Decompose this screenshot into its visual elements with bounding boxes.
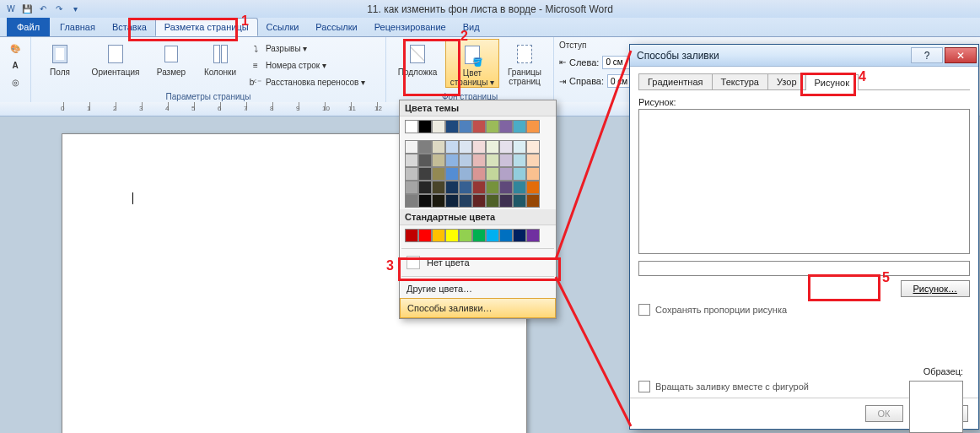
swatch[interactable] xyxy=(405,229,418,242)
swatch[interactable] xyxy=(486,194,499,208)
close-button[interactable]: ✕ xyxy=(945,47,977,63)
swatch[interactable] xyxy=(472,140,486,154)
swatch[interactable] xyxy=(526,120,540,133)
swatch[interactable] xyxy=(432,167,445,181)
swatch[interactable] xyxy=(472,154,486,167)
swatch[interactable] xyxy=(513,140,526,154)
themes-colors[interactable]: 🎨 xyxy=(5,41,25,56)
swatch[interactable] xyxy=(526,167,540,181)
swatch[interactable] xyxy=(526,194,540,208)
swatch[interactable] xyxy=(472,181,486,194)
help-button[interactable]: ? xyxy=(911,47,943,63)
swatch[interactable] xyxy=(499,229,513,242)
swatch[interactable] xyxy=(418,181,432,194)
menu-more-colors[interactable]: Другие цвета… xyxy=(400,279,556,298)
tab-picture[interactable]: Рисунок xyxy=(805,74,859,90)
btn-watermark[interactable]: Подложка xyxy=(391,39,444,77)
swatch[interactable] xyxy=(499,140,513,154)
tab-file[interactable]: Файл xyxy=(7,18,50,36)
themes-effects[interactable]: ◎ xyxy=(5,74,25,89)
swatch[interactable] xyxy=(472,194,486,208)
swatch[interactable] xyxy=(445,229,459,242)
swatch[interactable] xyxy=(526,229,540,242)
tab-home[interactable]: Главная xyxy=(51,18,104,36)
swatch[interactable] xyxy=(472,229,486,242)
swatch[interactable] xyxy=(499,154,513,167)
select-picture-button[interactable]: Рисунок… xyxy=(901,280,971,297)
swatch[interactable] xyxy=(499,120,513,133)
swatch[interactable] xyxy=(432,154,445,167)
btn-orientation[interactable]: Ориентация xyxy=(85,39,146,77)
swatch[interactable] xyxy=(445,120,459,133)
swatch[interactable] xyxy=(513,167,526,181)
swatch[interactable] xyxy=(526,140,540,154)
tab-texture[interactable]: Текстура xyxy=(712,73,768,89)
menu-no-color[interactable]: Нет цвета xyxy=(400,252,556,273)
swatch[interactable] xyxy=(499,181,513,194)
btn-breaks[interactable]: ⤵Разрывы ▾ xyxy=(245,41,380,56)
swatch[interactable] xyxy=(459,140,472,154)
swatch[interactable] xyxy=(418,120,432,133)
swatch[interactable] xyxy=(405,167,418,181)
swatch[interactable] xyxy=(526,154,540,167)
tab-gradient[interactable]: Градиентная xyxy=(638,73,713,89)
swatch[interactable] xyxy=(513,120,526,133)
btn-margins[interactable]: Поля xyxy=(36,39,83,77)
theme-shades[interactable] xyxy=(400,137,556,209)
swatch[interactable] xyxy=(445,167,459,181)
swatch[interactable] xyxy=(445,194,459,208)
tab-view[interactable]: Вид xyxy=(455,18,488,36)
swatch[interactable] xyxy=(486,229,499,242)
tab-references[interactable]: Ссылки xyxy=(258,18,308,36)
swatch[interactable] xyxy=(432,181,445,194)
swatch[interactable] xyxy=(526,181,540,194)
swatch[interactable] xyxy=(445,140,459,154)
tab-mailings[interactable]: Рассылки xyxy=(307,18,365,36)
swatch[interactable] xyxy=(405,140,418,154)
swatch[interactable] xyxy=(486,120,499,133)
btn-page-color[interactable]: 🪣Цветстраницы ▾ xyxy=(445,39,499,88)
tab-pattern[interactable]: Узор xyxy=(767,73,806,89)
swatch[interactable] xyxy=(405,120,418,133)
btn-page-borders[interactable]: Границыстраниц xyxy=(501,39,548,86)
swatch[interactable] xyxy=(405,181,418,194)
swatch[interactable] xyxy=(513,154,526,167)
swatch[interactable] xyxy=(445,154,459,167)
swatch[interactable] xyxy=(418,154,432,167)
tab-insert[interactable]: Вставка xyxy=(104,18,155,36)
btn-columns[interactable]: Колонки xyxy=(197,39,244,77)
swatch[interactable] xyxy=(405,154,418,167)
standard-colors[interactable] xyxy=(400,225,556,246)
swatch[interactable] xyxy=(432,194,445,208)
swatch[interactable] xyxy=(418,167,432,181)
swatch[interactable] xyxy=(459,154,472,167)
swatch[interactable] xyxy=(513,181,526,194)
undo-icon[interactable]: ↶ xyxy=(37,3,49,15)
menu-fill-effects[interactable]: Способы заливки… xyxy=(400,298,556,318)
swatch[interactable] xyxy=(445,181,459,194)
swatch[interactable] xyxy=(486,154,499,167)
btn-line-numbers[interactable]: ≡Номера строк ▾ xyxy=(245,57,380,73)
swatch[interactable] xyxy=(472,120,486,133)
swatch[interactable] xyxy=(432,229,445,242)
swatch[interactable] xyxy=(486,140,499,154)
swatch[interactable] xyxy=(499,194,513,208)
swatch[interactable] xyxy=(432,120,445,133)
btn-hyphenation[interactable]: bᶜ⁻Расстановка переносов ▾ xyxy=(245,74,380,89)
swatch[interactable] xyxy=(486,181,499,194)
swatch[interactable] xyxy=(486,167,499,181)
save-icon[interactable]: 💾 xyxy=(21,3,33,15)
swatch[interactable] xyxy=(405,194,418,208)
swatch[interactable] xyxy=(459,181,472,194)
rotate-checkbox[interactable]: Вращать заливку вместе с фигурой xyxy=(638,381,809,392)
swatch[interactable] xyxy=(432,140,445,154)
swatch[interactable] xyxy=(513,194,526,208)
themes-fonts[interactable]: A xyxy=(5,57,25,73)
swatch[interactable] xyxy=(459,120,472,133)
swatch[interactable] xyxy=(418,194,432,208)
swatch[interactable] xyxy=(459,167,472,181)
swatch[interactable] xyxy=(499,167,513,181)
swatch[interactable] xyxy=(418,229,432,242)
swatch[interactable] xyxy=(418,140,432,154)
swatch[interactable] xyxy=(513,229,526,242)
